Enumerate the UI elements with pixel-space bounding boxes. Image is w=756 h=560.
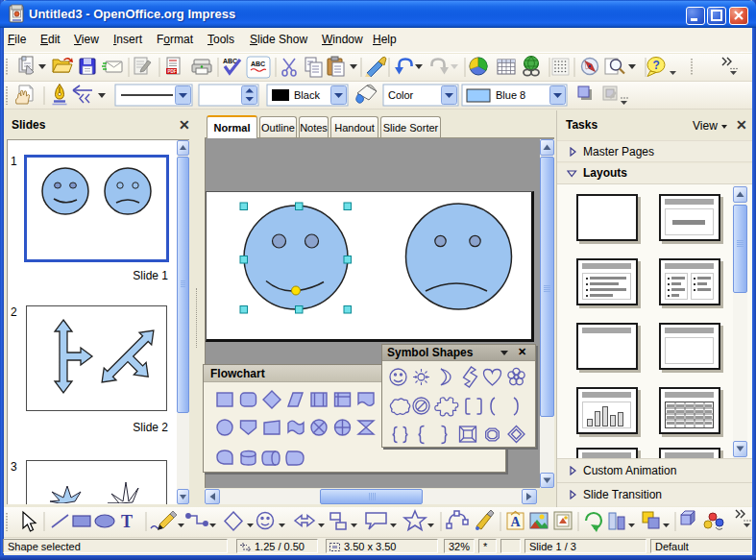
svg-text:T: T <box>121 512 133 531</box>
svg-text:?: ? <box>653 59 660 72</box>
svg-text:ABC: ABC <box>251 61 265 67</box>
svg-text:PDF: PDF <box>168 69 177 74</box>
svg-text:Blue 8: Blue 8 <box>496 89 525 101</box>
svg-text:Black: Black <box>294 89 320 101</box>
svg-text:Color: Color <box>388 89 414 101</box>
svg-text:A: A <box>511 515 522 529</box>
